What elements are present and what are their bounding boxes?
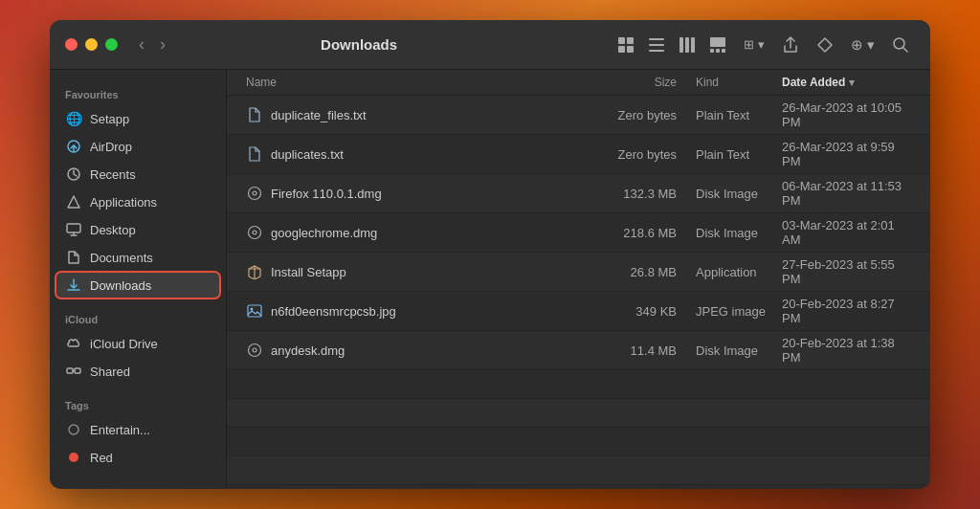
svg-rect-22	[67, 368, 73, 373]
file-date: 03-Mar-2023 at 2:01 AM	[782, 218, 911, 247]
file-size: 11.4 MB	[590, 343, 677, 358]
sidebar-label-recents: Recents	[90, 167, 136, 182]
file-type-icon	[246, 342, 263, 359]
gallery-icon	[709, 36, 726, 54]
svg-rect-7	[679, 37, 683, 53]
file-size: 132.3 MB	[590, 187, 677, 201]
sidebar-item-setapp[interactable]: 🌐 Setapp	[56, 105, 220, 132]
file-row[interactable]: anydesk.dmg 11.4 MB Disk Image 20-Feb-20…	[227, 331, 930, 370]
close-button[interactable]	[65, 38, 78, 51]
sidebar-label-shared: Shared	[90, 365, 130, 379]
sidebar-item-icloud-drive[interactable]: iCloud Drive	[56, 330, 220, 357]
file-row[interactable]: duplicate_files.txt Zero bytes Plain Tex…	[227, 96, 930, 135]
file-name: googlechrome.dmg	[246, 224, 590, 241]
file-name: Install Setapp	[246, 263, 590, 280]
file-kind: Plain Text	[677, 108, 782, 122]
svg-point-33	[253, 348, 256, 352]
svg-point-26	[249, 188, 261, 200]
applications-icon	[65, 193, 82, 210]
sidebar-item-red-tag[interactable]: Red	[56, 444, 220, 471]
file-name: Firefox 110.0.1.dmg	[246, 185, 590, 202]
file-row[interactable]: googlechrome.dmg 218.6 MB Disk Image 03-…	[227, 213, 930, 253]
sidebar-label-documents: Documents	[90, 251, 153, 265]
sidebar-label-red-tag: Red	[90, 451, 113, 465]
grid-icon	[617, 36, 635, 54]
main-content: Favourites 🌐 Setapp AirDrop Recents	[50, 70, 930, 489]
date-column-header[interactable]: Date Added ▾	[782, 76, 911, 89]
file-kind: Disk Image	[677, 226, 782, 240]
sidebar-item-desktop[interactable]: Desktop	[56, 216, 220, 243]
action-button[interactable]: ⊕ ▾	[845, 33, 880, 57]
empty-row	[227, 485, 930, 489]
kind-column-header[interactable]: Kind	[677, 76, 782, 89]
file-size: Zero bytes	[590, 147, 677, 162]
sort-indicator: ▾	[849, 77, 855, 89]
svg-rect-19	[67, 224, 80, 232]
empty-row	[227, 428, 930, 456]
toolbar-right: ⊞ ▾ ⊕ ▾	[612, 33, 915, 57]
tag-button[interactable]	[811, 33, 839, 57]
entertain-tag-icon	[65, 421, 82, 438]
file-date: 26-Mar-2023 at 10:05 PM	[782, 100, 911, 129]
view-switcher	[612, 33, 732, 57]
file-size: 349 KB	[590, 304, 677, 319]
file-name: duplicates.txt	[246, 145, 590, 163]
column-view-button[interactable]	[673, 33, 702, 57]
file-date: 20-Feb-2023 at 8:27 PM	[782, 297, 911, 325]
shared-icon	[65, 363, 82, 380]
recents-icon	[65, 166, 82, 183]
file-row[interactable]: n6fd0eensmrcpcsb.jpg 349 KB JPEG image 2…	[227, 292, 930, 331]
downloads-icon	[65, 277, 82, 294]
file-kind: Application	[677, 265, 782, 279]
file-type-icon	[246, 302, 263, 320]
file-size: 26.8 MB	[590, 265, 677, 279]
file-size: 218.6 MB	[590, 226, 677, 240]
svg-rect-1	[627, 37, 634, 44]
file-type-icon	[246, 145, 263, 163]
name-column-header[interactable]: Name	[246, 76, 590, 89]
file-date: 20-Feb-2023 at 1:38 PM	[782, 336, 911, 365]
airdrop-icon	[65, 138, 82, 155]
file-name: n6fd0eensmrcpcsb.jpg	[246, 302, 590, 320]
svg-point-24	[69, 425, 78, 434]
svg-point-14	[894, 38, 904, 49]
file-row[interactable]: Install Setapp 26.8 MB Application 27-Fe…	[227, 253, 930, 292]
icloud-drive-icon	[65, 335, 82, 352]
gallery-view-button[interactable]	[703, 33, 732, 57]
sidebar-item-applications[interactable]: Applications	[56, 188, 220, 215]
file-row[interactable]: Firefox 110.0.1.dmg 132.3 MB Disk Image …	[227, 174, 930, 213]
sidebar-item-airdrop[interactable]: AirDrop	[56, 133, 220, 160]
file-browser: Name Size Kind Date Added ▾ duplicate_fi…	[227, 70, 930, 489]
search-icon	[892, 36, 909, 54]
file-type-icon	[246, 263, 263, 280]
svg-rect-3	[627, 46, 634, 53]
sidebar-item-entertain[interactable]: Entertain...	[56, 416, 220, 443]
sidebar-label-entertain: Entertain...	[90, 423, 150, 437]
file-list: duplicate_files.txt Zero bytes Plain Tex…	[227, 96, 930, 489]
file-name: anydesk.dmg	[246, 342, 590, 359]
svg-rect-0	[618, 37, 625, 44]
search-button[interactable]	[886, 33, 915, 57]
sidebar-item-shared[interactable]: Shared	[56, 358, 220, 385]
svg-rect-10	[710, 37, 725, 47]
svg-point-27	[253, 191, 256, 195]
minimize-button[interactable]	[85, 38, 98, 51]
list-view-button[interactable]	[642, 33, 671, 57]
sidebar: Favourites 🌐 Setapp AirDrop Recents	[50, 70, 227, 489]
sidebar-item-documents[interactable]: Documents	[56, 244, 220, 271]
group-button[interactable]: ⊞ ▾	[738, 33, 770, 55]
empty-row	[227, 399, 930, 428]
sidebar-item-downloads[interactable]: Downloads	[56, 272, 220, 299]
share-button[interactable]	[776, 33, 805, 57]
svg-rect-5	[649, 44, 664, 46]
svg-rect-30	[248, 305, 261, 317]
size-column-header[interactable]: Size	[590, 76, 677, 89]
grid-view-button[interactable]	[612, 33, 640, 57]
file-row[interactable]: duplicates.txt Zero bytes Plain Text 26-…	[227, 135, 930, 174]
svg-rect-12	[716, 49, 720, 53]
sidebar-item-recents[interactable]: Recents	[56, 161, 220, 188]
share-icon	[782, 36, 799, 54]
setapp-icon: 🌐	[65, 110, 82, 127]
favourites-label: Favourites	[50, 81, 226, 104]
svg-rect-13	[722, 49, 725, 53]
